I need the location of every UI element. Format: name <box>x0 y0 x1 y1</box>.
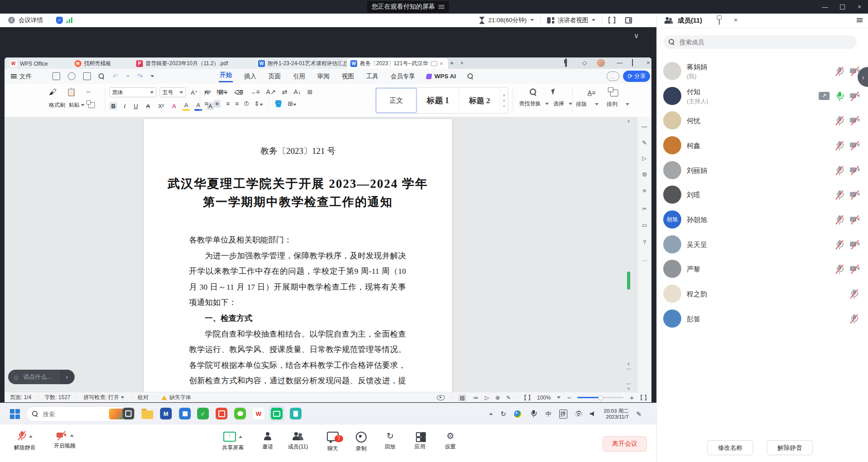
ime-mode-indicator[interactable]: 中 <box>546 410 552 418</box>
view-mode-button[interactable]: 演讲者视图 <box>558 16 589 24</box>
skin-box-icon[interactable]: ◇ <box>582 59 587 66</box>
outline-tool-icon[interactable]: ≡ <box>637 187 651 194</box>
arrange-icon[interactable] <box>610 89 618 96</box>
share-button[interactable]: ↶ ⟳分享 <box>623 71 650 82</box>
browser-tray-icon[interactable] <box>514 410 521 418</box>
member-row[interactable]: 刘瑶 <box>657 185 868 208</box>
arrange-label[interactable]: 排列 <box>607 100 618 108</box>
fit-page-icon[interactable] <box>524 395 530 400</box>
network-signal-icon[interactable] <box>66 17 73 23</box>
borders-icon[interactable]: ⊞ <box>288 100 297 107</box>
mic-muted-icon[interactable] <box>835 141 844 152</box>
output-icon[interactable] <box>68 72 75 80</box>
paste-icon[interactable]: 📋 <box>66 87 76 97</box>
unmute-button[interactable]: 解除静音 <box>6 431 43 452</box>
member-row[interactable]: 彭笛 <box>657 309 868 332</box>
wrap-icon[interactable]: ⇄ <box>282 88 288 95</box>
play-select-icon[interactable]: ▷ <box>637 155 651 162</box>
camera-off-icon[interactable] <box>849 264 861 273</box>
security-shield-icon[interactable]: ✓ <box>56 17 63 24</box>
ribbon-tab-page[interactable]: 页面 <box>268 71 282 81</box>
find-replace-label[interactable]: 查找替换 <box>519 100 541 108</box>
wps-restore-button[interactable] <box>632 59 633 66</box>
taskbar-app-5[interactable] <box>214 406 229 421</box>
start-button[interactable] <box>10 409 20 419</box>
document-scrollbar[interactable]: ∧ ∧— —∨ <box>626 117 632 392</box>
font-size-select[interactable]: 五号 <box>160 87 186 97</box>
member-row[interactable]: 柯鑫 <box>657 135 868 159</box>
paste-chevron-icon[interactable] <box>81 104 85 106</box>
tab-wps-office[interactable]: W WPS Office <box>6 58 75 69</box>
shading-bucket-icon[interactable]: 🪣 <box>274 100 282 107</box>
wifi-icon[interactable] <box>575 411 582 417</box>
superscript-button[interactable]: X² <box>156 102 166 110</box>
format-painter-label[interactable]: 格式刷 <box>49 101 65 109</box>
text-effect-button[interactable]: A <box>170 102 178 110</box>
account-avatar[interactable] <box>597 59 605 67</box>
tab-close-icon[interactable]: × <box>440 61 443 67</box>
camera-off-icon[interactable] <box>849 215 861 224</box>
unmute-panel-button[interactable]: 解除静音 <box>767 440 813 455</box>
zoom-level[interactable]: 100% <box>537 395 551 401</box>
previous-page-icon[interactable]: ∧— <box>626 361 632 371</box>
member-row[interactable]: 蒋娟娟 (我) <box>657 61 868 85</box>
zoom-chevron-icon[interactable] <box>557 396 561 399</box>
redo-icon[interactable]: ↷ <box>137 72 143 81</box>
cut-tool-icon[interactable]: ✂ <box>637 205 651 212</box>
mic-muted-icon[interactable] <box>835 240 844 251</box>
tray-mic-icon[interactable] <box>530 410 537 418</box>
member-row[interactable]: 严黎 <box>657 259 868 282</box>
zoom-slider[interactable] <box>577 397 623 398</box>
member-row[interactable]: 何忧 <box>657 110 868 134</box>
member-row[interactable]: 吴天呈 <box>657 234 868 258</box>
font-color-button[interactable]: A <box>194 101 202 111</box>
numbered-list-icon[interactable]: №≡ <box>217 88 227 95</box>
undo-icon[interactable]: ↶ <box>113 72 118 81</box>
style-heading1[interactable]: 标题 1 <box>417 88 459 113</box>
strikethrough-button[interactable]: A <box>144 102 152 110</box>
bullet-list-icon[interactable]: •≡ <box>204 88 210 95</box>
text-direction-icon[interactable]: A↗ <box>266 88 276 95</box>
tab-list-chevron[interactable]: ∨ <box>460 60 463 65</box>
document-page[interactable]: 教务〔2023〕121 号 武汉华夏理工学院关于开展 2023—2024 学年 … <box>144 119 452 392</box>
typeset-label[interactable]: 排版 <box>576 100 587 108</box>
taskbar-app-2[interactable]: M <box>158 406 174 421</box>
italic-button[interactable]: I <box>122 102 127 110</box>
member-search-input[interactable] <box>679 38 816 46</box>
mic-muted-icon[interactable] <box>835 215 844 226</box>
cut-icon[interactable]: ✂ <box>86 89 91 95</box>
mic-muted-icon[interactable] <box>849 289 859 300</box>
taskbar-app-meeting[interactable] <box>269 406 284 421</box>
style-normal[interactable]: 正文 <box>376 88 417 113</box>
frame-tool-icon[interactable]: ▭ <box>637 222 651 229</box>
line-spacing-icon[interactable]: ⇕ <box>254 100 263 107</box>
watching-banner[interactable]: 您正在观看付知的屏幕 <box>367 1 449 13</box>
select-label[interactable]: 选择 <box>553 100 564 108</box>
window-close-button[interactable]: × <box>851 0 868 14</box>
settings-button[interactable]: ⚙ 设置 <box>434 432 466 451</box>
next-page-icon[interactable]: —∨ <box>626 381 632 391</box>
scroll-up-icon[interactable]: ∧ <box>626 119 632 124</box>
show-marks-icon[interactable]: ⊞ <box>307 88 313 95</box>
camera-off-icon[interactable] <box>849 141 861 150</box>
page-view-icon[interactable]: ▤ <box>458 394 467 401</box>
align-left-icon[interactable]: ≡ <box>204 100 208 107</box>
proofread-button[interactable]: 校对 <box>137 394 148 401</box>
close-panel-icon[interactable]: × <box>734 16 738 24</box>
ribbon-tab-wps-ai[interactable]: WPS AI <box>426 72 457 81</box>
cloud-sync-icon[interactable]: … <box>607 71 619 81</box>
taskbar-app-4[interactable]: ✓ <box>195 406 211 421</box>
taskbar-clock[interactable]: 20:03 周二 2023/11/7 <box>604 408 629 420</box>
select-cursor-icon[interactable] <box>552 89 557 95</box>
mic-on-icon[interactable] <box>835 91 844 102</box>
read-mode-icon[interactable]: ▷ <box>485 395 489 401</box>
fullscreen-icon[interactable] <box>609 17 615 24</box>
collapse-banner-chevron-icon[interactable]: ∨ <box>634 32 639 40</box>
ribbon-tab-member[interactable]: 会员专享 <box>390 71 416 81</box>
ink-icon[interactable]: ✎ <box>506 395 511 401</box>
file-menu[interactable]: 文件 <box>19 72 32 81</box>
bold-button[interactable]: B <box>109 102 117 110</box>
taskbar-app-1[interactable] <box>121 406 136 421</box>
ribbon-search-icon[interactable] <box>467 73 474 80</box>
start-video-button[interactable]: 开启视频 <box>46 431 83 450</box>
